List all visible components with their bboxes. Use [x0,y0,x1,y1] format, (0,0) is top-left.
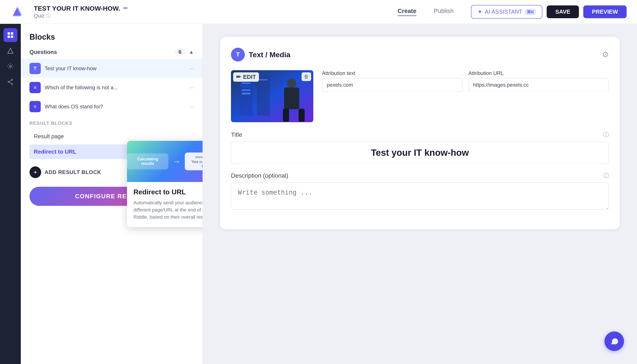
questions-label: Questions [30,49,57,56]
question-item[interactable]: ≡ Which of the following is not a... ··· [21,78,202,97]
attribution-row: Attribution text Attribution URL [322,70,609,92]
save-button[interactable]: SAVE [547,6,579,18]
sidebar-item-blocks[interactable] [4,28,17,42]
tooltip-url-box: www.site.com Your custom result page [185,152,203,170]
attribution-text-label: Attribution text [322,70,462,76]
edit-title-icon[interactable]: ✏ [123,5,128,12]
chat-bubble[interactable] [604,332,624,351]
card-type-label: T Text / Media [231,48,290,62]
tooltip-arrow-icon: → [173,157,180,166]
title-field-header: Title ⓘ [231,131,609,138]
topnav-title: TEST YOUR IT KNOW-HOW. ✏ [34,5,128,12]
info-icon[interactable]: ⓘ [46,12,51,19]
attribution-fields: Attribution text Attribution URL [322,70,609,92]
blocks-header: Blocks [21,24,202,46]
add-result-icon: + [30,166,41,178]
svg-rect-2 [8,32,10,35]
q-text: What does OS stand for? [45,104,185,110]
topnav-actions: ✦ AI ASSISTANT ⌘K SAVE PREVIEW [471,5,626,19]
topnav-tabs: Create Publish [398,8,454,16]
topnav-subtitle: Quiz ⓘ [34,12,128,19]
question-menu-icon[interactable]: ··· [189,65,194,72]
question-menu-icon[interactable]: ··· [189,103,194,110]
svg-rect-14 [242,86,250,88]
tooltip-card-body: Redirect to URL Automatically send your … [127,182,203,227]
title-input[interactable] [231,142,609,164]
description-input[interactable] [231,182,609,210]
tooltip-card: Calculating results → www.site.com Your … [127,141,203,227]
description-field-header: Description (optional) ⓘ [231,172,609,180]
title-field-section: Title ⓘ [231,131,609,164]
svg-rect-5 [11,36,13,38]
add-result-text: ADD RESULT BLOCK [45,169,101,175]
main-layout: Blocks Questions 6 ▲ T Test your IT know… [0,24,637,364]
ai-shortcut: ⌘K [525,9,536,15]
attribution-text-input[interactable] [322,78,462,92]
questions-count: 6 [175,48,185,56]
svg-rect-18 [259,79,268,80]
description-field-section: Description (optional) ⓘ [231,172,609,210]
tooltip-card-title: Redirect to URL [134,188,203,196]
svg-rect-20 [284,88,299,109]
canvas-area: T Text / Media ⚙ [203,24,637,364]
tooltip-calc-box: Calculating results [127,154,168,170]
title-label: Title [231,131,242,138]
blocks-panel: Blocks Questions 6 ▲ T Test your IT know… [21,24,203,364]
svg-point-8 [8,81,9,82]
question-item[interactable]: ≡ What does OS stand for? ··· [21,97,202,116]
card-t-badge: T [231,48,245,62]
ai-label: AI ASSISTANT [485,8,522,15]
sidebar-item-share[interactable] [4,75,17,89]
content-card: T Text / Media ⚙ [220,37,620,229]
svg-point-19 [287,78,296,88]
attribution-text-field: Attribution text [322,70,462,92]
card-header: T Text / Media ⚙ [231,48,609,62]
q-type-badge-multi: ≡ [30,82,41,93]
attribution-url-input[interactable] [468,78,609,92]
svg-rect-21 [283,109,289,122]
title-text: TEST YOUR IT KNOW-HOW. [34,5,120,12]
description-info-icon[interactable]: ⓘ [603,172,609,180]
questions-collapse-icon[interactable]: ▲ [189,49,194,55]
q-type-badge-text: T [30,63,41,74]
preview-button[interactable]: PREVIEW [583,6,626,18]
gear-icon[interactable]: ⚙ [602,50,609,59]
sidebar-item-settings[interactable] [4,59,17,73]
title-area: TEST YOUR IT KNOW-HOW. ✏ Quiz ⓘ [34,5,128,19]
sidebar-item-design[interactable] [4,44,17,58]
image-delete-button[interactable]: 🗑 [302,72,311,81]
tooltip-card-description: Automatically send your audience to a di… [134,199,203,220]
q-text: Test your IT know-how [45,66,185,72]
description-label: Description (optional) [231,172,288,179]
logo[interactable] [10,6,24,18]
svg-rect-22 [298,109,305,122]
svg-marker-1 [13,6,22,15]
attribution-url-label: Attribution URL [468,70,609,76]
svg-rect-15 [242,89,250,91]
image-thumbnail: ✏ EDIT 🗑 [231,70,313,122]
tab-publish[interactable]: Publish [434,8,454,16]
q-type-badge-multi: ≡ [30,101,41,112]
question-menu-icon[interactable]: ··· [189,84,194,91]
svg-rect-4 [8,36,10,38]
svg-rect-16 [242,93,250,94]
questions-section: Questions 6 ▲ [21,46,202,59]
title-info-icon[interactable]: ⓘ [603,131,609,138]
sidebar-icons [0,24,21,364]
ai-assistant-button[interactable]: ✦ AI ASSISTANT ⌘K [471,5,542,19]
result-blocks-label: RESULT BLOCKS [30,120,194,126]
attribution-url-field: Attribution URL [468,70,609,92]
ai-star-icon: ✦ [478,8,482,15]
question-item[interactable]: T Test your IT know-how ··· [21,59,202,78]
image-edit-button[interactable]: ✏ EDIT [233,72,259,82]
svg-rect-13 [242,82,250,84]
tab-create[interactable]: Create [398,8,416,16]
topnav: TEST YOUR IT KNOW-HOW. ✏ Quiz ⓘ Create P… [0,0,637,24]
card-type-text: Text / Media [249,50,290,59]
image-attribution-row: ✏ EDIT 🗑 Attribution text Attribution UR… [231,70,609,122]
q-text: Which of the following is not a... [45,84,185,90]
svg-point-7 [12,79,13,80]
tooltip-card-image: Calculating results → www.site.com Your … [127,141,203,182]
svg-rect-17 [257,77,270,116]
svg-point-6 [10,66,11,67]
